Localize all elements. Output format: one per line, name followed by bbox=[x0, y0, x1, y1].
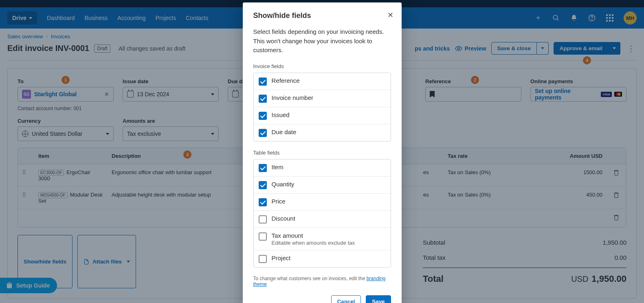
modal-note: To change what customers see on invoices… bbox=[253, 276, 391, 287]
checkbox-icon bbox=[259, 164, 267, 172]
invoice-fields-label: Invoice fields bbox=[253, 63, 391, 69]
checkbox-quantity[interactable]: Quantity bbox=[254, 177, 391, 194]
checkbox-due-date[interactable]: Due date bbox=[254, 124, 391, 141]
checkbox-item[interactable]: Item bbox=[254, 159, 391, 177]
checkbox-icon bbox=[259, 95, 267, 103]
checkbox-icon bbox=[259, 198, 267, 206]
checkbox-icon bbox=[259, 255, 267, 263]
invoice-fields-list: Reference Invoice number Issued Due date bbox=[253, 73, 391, 142]
checkbox-reference[interactable]: Reference bbox=[254, 73, 391, 90]
table-fields-label: Table fields bbox=[253, 150, 391, 156]
checkbox-project[interactable]: Project bbox=[254, 250, 391, 267]
checkbox-invoice-number[interactable]: Invoice number bbox=[254, 90, 391, 107]
checkbox-subtext: Editable when amounts exclude tax bbox=[272, 240, 355, 246]
checkbox-icon bbox=[259, 112, 267, 120]
checkbox-price[interactable]: Price bbox=[254, 194, 391, 211]
modal-description: Select fields depending on your invoicin… bbox=[253, 27, 391, 55]
cancel-button[interactable]: Cancel bbox=[331, 295, 361, 303]
checkbox-issued[interactable]: Issued bbox=[254, 107, 391, 124]
checkbox-discount[interactable]: Discount bbox=[254, 211, 391, 228]
checkbox-tax-amount[interactable]: Tax amountEditable when amounts exclude … bbox=[254, 228, 391, 250]
show-hide-fields-modal: Show/hide fields ✕ Select fields dependi… bbox=[243, 2, 402, 303]
checkbox-icon bbox=[259, 77, 267, 86]
modal-title: Show/hide fields bbox=[253, 11, 391, 20]
modal-close-button[interactable]: ✕ bbox=[387, 11, 393, 20]
checkbox-icon bbox=[259, 129, 267, 137]
table-fields-list: Item Quantity Price Discount Tax amountE… bbox=[253, 159, 391, 268]
save-button[interactable]: Save bbox=[366, 295, 391, 303]
checkbox-icon bbox=[259, 215, 267, 223]
checkbox-icon bbox=[259, 181, 267, 189]
checkbox-icon bbox=[259, 232, 267, 241]
